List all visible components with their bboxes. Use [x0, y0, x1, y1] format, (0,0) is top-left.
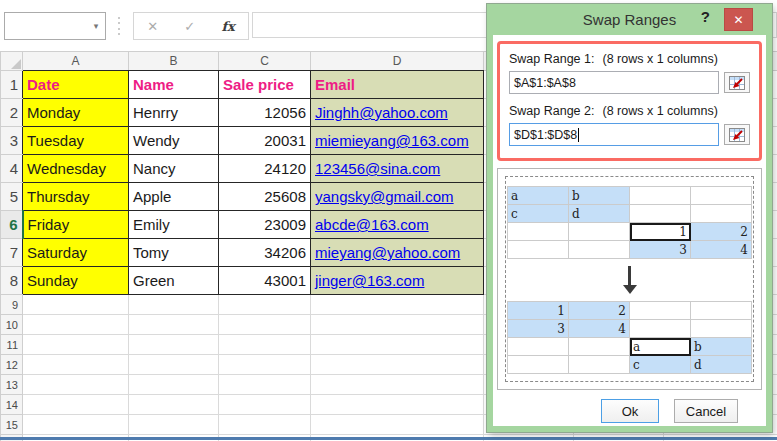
email-link[interactable]: jinger@163.com	[315, 272, 424, 289]
cell[interactable]	[311, 395, 484, 415]
row-header-15[interactable]: 15	[1, 415, 23, 435]
cell[interactable]	[311, 335, 484, 355]
cell[interactable]	[129, 355, 219, 375]
cell-b6[interactable]: Emily	[129, 211, 219, 239]
cell-b7[interactable]: Tomy	[129, 239, 219, 267]
row-header-14[interactable]: 14	[1, 395, 23, 415]
row-header-3[interactable]: 3	[1, 127, 23, 155]
cell-a8[interactable]: Sunday	[23, 267, 129, 295]
chevron-down-icon[interactable]: ▾	[87, 21, 105, 31]
cell-c2[interactable]: 12056	[219, 99, 311, 127]
cell[interactable]	[219, 375, 311, 395]
email-link[interactable]: yangsky@gmail.com	[315, 188, 454, 205]
cell[interactable]	[23, 395, 129, 415]
cell[interactable]	[23, 375, 129, 395]
cancel-button[interactable]: Cancel	[674, 399, 738, 423]
close-button[interactable]: ✕	[724, 8, 753, 31]
row-header-2[interactable]: 2	[1, 99, 23, 127]
cell-a4[interactable]: Wednesday	[23, 155, 129, 183]
cell-b5[interactable]: Apple	[129, 183, 219, 211]
swap-range-1-input[interactable]: $A$1:$A$8	[509, 71, 719, 94]
cell-d3[interactable]: miemieyang@163.com	[311, 127, 484, 155]
row-header-11[interactable]: 11	[1, 335, 23, 355]
cell-b1[interactable]: Name	[129, 71, 219, 99]
cell[interactable]	[23, 415, 129, 435]
row-header-13[interactable]: 13	[1, 375, 23, 395]
cell-a5[interactable]: Thursday	[23, 183, 129, 211]
cell[interactable]	[23, 335, 129, 355]
column-header-a[interactable]: A	[23, 52, 129, 71]
column-header-c[interactable]: C	[219, 52, 311, 71]
cell[interactable]	[219, 335, 311, 355]
cell[interactable]	[129, 295, 219, 315]
cell[interactable]	[311, 295, 484, 315]
cell[interactable]	[311, 375, 484, 395]
cell-b3[interactable]: Wendy	[129, 127, 219, 155]
cell-b4[interactable]: Nancy	[129, 155, 219, 183]
row-header-9[interactable]: 9	[1, 295, 23, 315]
namebox-resize-handle[interactable]	[117, 17, 121, 35]
cell[interactable]	[311, 315, 484, 335]
email-link[interactable]: miemieyang@163.com	[315, 132, 469, 149]
cell[interactable]	[129, 335, 219, 355]
cell-a6[interactable]: Friday	[23, 211, 129, 239]
select-all-corner[interactable]	[1, 52, 23, 71]
cell-a3[interactable]: Tuesday	[23, 127, 129, 155]
cell[interactable]	[219, 315, 311, 335]
cell[interactable]	[219, 395, 311, 415]
column-header-d[interactable]: D	[311, 52, 484, 71]
insert-function-icon[interactable]: fx	[222, 19, 235, 34]
cell[interactable]	[219, 295, 311, 315]
cell-a7[interactable]: Saturday	[23, 239, 129, 267]
row-header-4[interactable]: 4	[1, 155, 23, 183]
cell-a1[interactable]: Date	[23, 71, 129, 99]
email-link[interactable]: mieyang@yahoo.com	[315, 244, 460, 261]
cell[interactable]	[129, 395, 219, 415]
row-header-8[interactable]: 8	[1, 267, 23, 295]
row-header-1[interactable]: 1	[1, 71, 23, 99]
cell-a2[interactable]: Monday	[23, 99, 129, 127]
cell[interactable]	[219, 415, 311, 435]
cell-b2[interactable]: Henrry	[129, 99, 219, 127]
cell-c6[interactable]: 23009	[219, 211, 311, 239]
cell[interactable]	[129, 375, 219, 395]
help-icon[interactable]: ?	[701, 8, 710, 25]
dialog-titlebar[interactable]: Swap Ranges ? ✕	[487, 4, 772, 35]
cell-d5[interactable]: yangsky@gmail.com	[311, 183, 484, 211]
cell-c4[interactable]: 24120	[219, 155, 311, 183]
cell-d4[interactable]: 123456@sina.com	[311, 155, 484, 183]
cell-d7[interactable]: mieyang@yahoo.com	[311, 239, 484, 267]
email-link[interactable]: 123456@sina.com	[315, 160, 440, 177]
row-header-10[interactable]: 10	[1, 315, 23, 335]
cancel-entry-icon[interactable]: ✕	[147, 19, 158, 34]
email-link[interactable]: abcde@163.com	[315, 216, 429, 233]
row-header-5[interactable]: 5	[1, 183, 23, 211]
cell[interactable]	[23, 295, 129, 315]
cell[interactable]	[23, 355, 129, 375]
cell[interactable]	[219, 355, 311, 375]
email-link[interactable]: Jinghh@yahoo.com	[315, 104, 448, 121]
cell[interactable]	[311, 355, 484, 375]
cell-d6[interactable]: abcde@163.com	[311, 211, 484, 239]
range-picker-1-button[interactable]	[724, 72, 750, 93]
cell-b8[interactable]: Green	[129, 267, 219, 295]
row-header-7[interactable]: 7	[1, 239, 23, 267]
cell-d2[interactable]: Jinghh@yahoo.com	[311, 99, 484, 127]
name-box[interactable]: ▾	[4, 12, 106, 40]
row-header-6-active[interactable]: 6	[1, 211, 23, 239]
cell-d8[interactable]: jinger@163.com	[311, 267, 484, 295]
cell[interactable]	[311, 415, 484, 435]
cell[interactable]	[129, 315, 219, 335]
cell-c5[interactable]: 25608	[219, 183, 311, 211]
ok-button[interactable]: Ok	[601, 399, 659, 423]
cell-c8[interactable]: 43001	[219, 267, 311, 295]
row-header-12[interactable]: 12	[1, 355, 23, 375]
cell[interactable]	[129, 415, 219, 435]
range-picker-2-button[interactable]	[724, 124, 750, 145]
cell[interactable]	[23, 315, 129, 335]
cell-c7[interactable]: 34206	[219, 239, 311, 267]
column-header-b[interactable]: B	[129, 52, 219, 71]
cell-c3[interactable]: 20031	[219, 127, 311, 155]
cell-c1[interactable]: Sale price	[219, 71, 311, 99]
swap-range-2-input[interactable]: $D$1:$D$8	[509, 123, 719, 146]
